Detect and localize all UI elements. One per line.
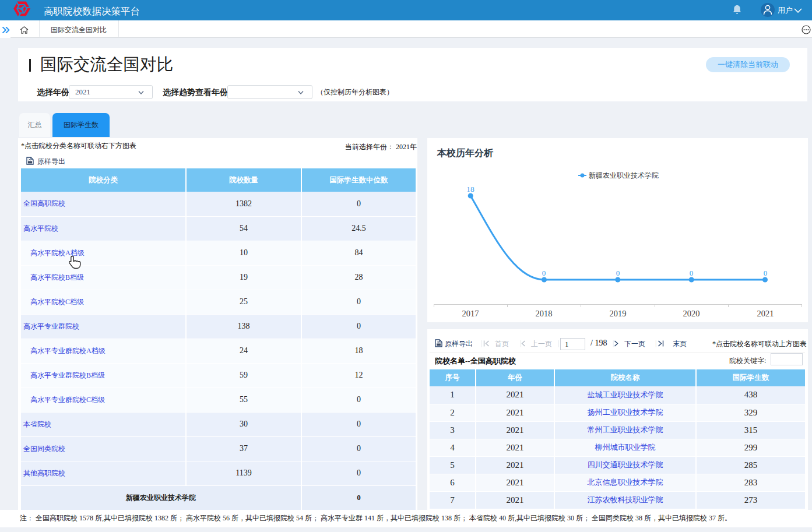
svg-text:2019: 2019 [610,309,627,318]
svg-text:0: 0 [764,269,768,277]
svg-text:0: 0 [542,269,546,277]
svg-text:2018: 2018 [536,309,553,318]
svg-text:0: 0 [616,269,620,277]
svg-text:2017: 2017 [462,309,479,318]
svg-text:2020: 2020 [683,309,700,318]
svg-text:0: 0 [690,269,694,277]
svg-text:本校历年分析: 本校历年分析 [437,148,494,158]
svg-text:新疆农业职业技术学院: 新疆农业职业技术学院 [589,171,659,179]
svg-text:18: 18 [466,185,474,193]
svg-text:2021: 2021 [757,309,774,318]
